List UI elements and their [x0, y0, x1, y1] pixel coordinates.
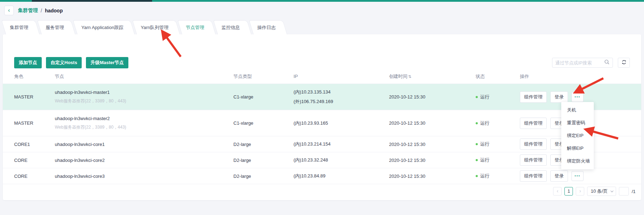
col-role: 角色: [14, 73, 55, 80]
node-name: uhadoop-ln3wvkci-core2: [55, 158, 233, 163]
cell-status: 运行: [476, 157, 520, 163]
cell-role: MASTER: [14, 120, 55, 126]
cell-node-type: D2-large: [233, 158, 294, 163]
search-box: [552, 58, 613, 68]
ip-internal: (内)10.23.93.165: [294, 120, 389, 126]
add-node-button[interactable]: 添加节点: [14, 57, 42, 68]
upgrade-master-button[interactable]: 升级Master节点: [86, 57, 128, 68]
status-label: 运行: [480, 157, 489, 163]
node-name: uhadoop-ln3wvkci-master1: [55, 90, 233, 95]
page-size-select[interactable]: 10 条/页: [587, 187, 616, 196]
cell-created: 2020-10-12 15:30: [389, 174, 476, 179]
tab-monitoring[interactable]: 监控信息: [215, 20, 249, 34]
cell-created: 2020-10-12 15:30: [389, 142, 476, 147]
cell-node: uhadoop-ln3wvkci-master2 Web服务器推荐(22，338…: [55, 116, 233, 130]
component-manage-button[interactable]: 组件管理: [520, 154, 547, 166]
breadcrumb-current: hadoop: [45, 8, 63, 13]
cell-status: 运行: [476, 141, 520, 147]
status-label: 运行: [480, 141, 489, 147]
back-button[interactable]: ‹: [4, 6, 14, 15]
col-node: 节点: [55, 73, 233, 80]
status-dot-running: [476, 122, 478, 124]
node-management-panel: 添加节点 自定义Hosts 升级Master节点: [3, 34, 641, 200]
breadcrumb-parent-link[interactable]: 集群管理: [18, 7, 38, 14]
col-ip: IP: [294, 74, 389, 79]
component-manage-button[interactable]: 组件管理: [520, 118, 547, 129]
col-created[interactable]: 创建时间⇅: [389, 73, 476, 80]
cell-node: uhadoop-ln3wvkci-core2: [55, 158, 233, 163]
cell-status: 运行: [476, 94, 520, 100]
tab-cluster-management[interactable]: 集群管理: [4, 20, 37, 34]
table-row[interactable]: MASTER uhadoop-ln3wvkci-master1 Web服务器推荐…: [3, 84, 641, 110]
cell-node: uhadoop-ln3wvkci-master1 Web服务器推荐(22，338…: [55, 90, 233, 104]
status-dot-running: [476, 159, 478, 161]
page-jump-input[interactable]: [619, 187, 629, 196]
cell-node-type: D2-large: [233, 142, 294, 147]
ip-external: (外)106.75.249.169: [294, 98, 389, 105]
cell-role: CORE: [14, 174, 55, 179]
refresh-button[interactable]: [618, 58, 630, 68]
search-icon: [604, 59, 610, 66]
table-row[interactable]: CORE uhadoop-ln3wvkci-core3 D2-large (内)…: [3, 168, 641, 184]
status-dot-running: [476, 175, 478, 177]
ip-internal: (内)10.23.214.154: [294, 141, 389, 147]
col-node-type: 节点类型: [233, 73, 294, 80]
table-row[interactable]: CORE1 uhadoop-ln3wvkci-core1 D2-large (内…: [3, 136, 641, 152]
cell-node: uhadoop-ln3wvkci-core3: [55, 174, 233, 179]
menu-item-bind-eip[interactable]: 绑定EIP: [561, 129, 594, 142]
menu-item-shutdown[interactable]: 关机: [561, 104, 594, 117]
pagination: ‹ 1 › 10 条/页 /1: [553, 187, 636, 196]
menu-item-bind-firewall[interactable]: 绑定防火墙: [561, 155, 594, 168]
login-button[interactable]: 登录: [550, 91, 568, 103]
login-button[interactable]: 登录: [550, 170, 568, 182]
back-chevron-icon: ‹: [8, 7, 10, 13]
cell-created: 2020-10-12 15:30: [389, 158, 476, 163]
more-actions-menu: 关机 重置密码 绑定EIP 解绑EIP 绑定防火墙: [561, 102, 594, 169]
tab-yarn-application[interactable]: Yarn Application跟踪: [75, 20, 133, 34]
cell-ip: (内)10.23.32.248: [294, 157, 389, 163]
component-manage-button[interactable]: 组件管理: [520, 138, 547, 150]
cell-ip: (内)10.23.93.165: [294, 120, 389, 126]
page-size-value: 10 条/页: [591, 188, 608, 194]
component-manage-button[interactable]: 组件管理: [520, 91, 547, 103]
chevron-down-icon: [610, 189, 613, 192]
node-subtitle: Web服务器推荐(22，3389，80，443): [55, 98, 233, 104]
col-actions: 操作: [520, 73, 630, 80]
total-pages-label: /1: [632, 189, 636, 194]
tab-yarn-queue[interactable]: Yarn队列管理: [134, 20, 178, 34]
ip-internal: (内)10.23.32.248: [294, 157, 389, 163]
toolbar: 添加节点 自定义Hosts 升级Master节点: [3, 34, 641, 68]
menu-item-reset-password[interactable]: 重置密码: [561, 117, 594, 129]
page-number-button[interactable]: 1: [564, 187, 573, 196]
prev-page-button[interactable]: ‹: [553, 187, 562, 196]
node-name: uhadoop-ln3wvkci-core1: [55, 142, 233, 147]
menu-item-unbind-eip[interactable]: 解绑EIP: [561, 142, 594, 155]
next-page-button[interactable]: ›: [576, 187, 584, 196]
node-name: uhadoop-ln3wvkci-core3: [55, 174, 233, 179]
cell-node-type: D2-large: [233, 174, 294, 179]
tab-operation-log[interactable]: 操作日志: [251, 20, 285, 34]
cell-status: 运行: [476, 120, 520, 126]
top-progress-bar: [0, 0, 644, 2]
cell-node-type: C1-xlarge: [233, 120, 294, 126]
tab-node-management[interactable]: 节点管理: [180, 20, 214, 34]
table-row[interactable]: MASTER uhadoop-ln3wvkci-master2 Web服务器推荐…: [3, 110, 641, 136]
custom-hosts-button[interactable]: 自定义Hosts: [46, 57, 82, 68]
cell-status: 运行: [476, 173, 520, 179]
top-progress-segment: [32, 0, 152, 2]
cell-created: 2020-10-12 15:30: [389, 94, 476, 100]
search-input[interactable]: [555, 60, 604, 66]
ip-internal: (内)10.23.135.134: [294, 89, 389, 95]
more-actions-button[interactable]: •••: [572, 171, 584, 181]
more-actions-button[interactable]: •••: [572, 92, 584, 102]
cell-ip: (内)10.23.84.89: [294, 173, 389, 179]
refresh-icon: [621, 60, 627, 66]
tab-service-management[interactable]: 服务管理: [39, 20, 73, 34]
table-row[interactable]: CORE uhadoop-ln3wvkci-core2 D2-large (内)…: [3, 152, 641, 168]
cell-ip: (内)10.23.214.154: [294, 141, 389, 147]
breadcrumb: ‹ 集群管理 / hadoop: [4, 6, 63, 15]
sort-icon[interactable]: ⇅: [408, 74, 411, 79]
ip-internal: (内)10.23.84.89: [294, 173, 389, 179]
component-manage-button[interactable]: 组件管理: [520, 170, 547, 182]
cell-role: MASTER: [14, 94, 55, 100]
